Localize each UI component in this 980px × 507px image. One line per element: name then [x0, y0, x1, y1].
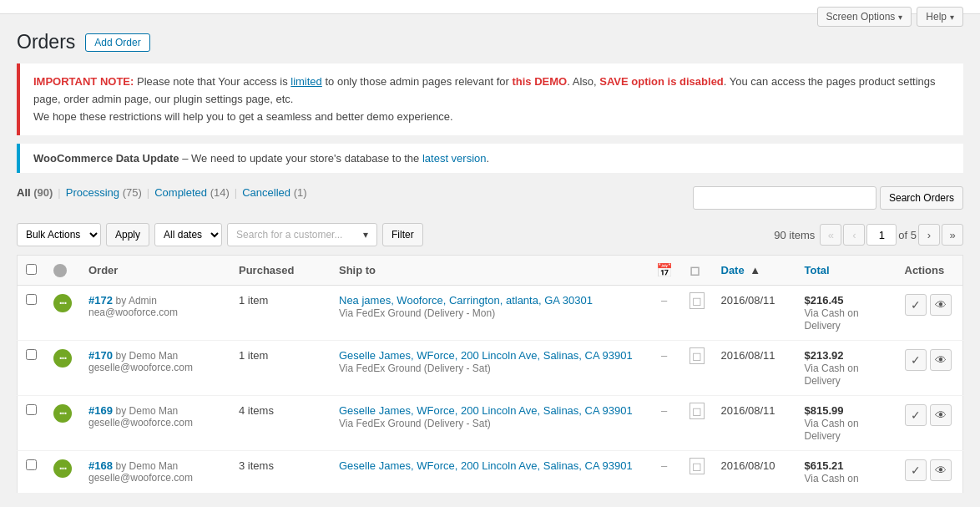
order-id-link[interactable]: #169 — [88, 404, 113, 417]
ship-via: Via FedEx Ground (Delivery - Mon) — [339, 307, 495, 319]
view-order-button[interactable]: 👁 — [930, 404, 952, 426]
order-email: geselle@wooforce.com — [88, 362, 222, 373]
help-button[interactable]: Help — [917, 7, 963, 27]
row-icon1-cell: – — [648, 451, 681, 494]
shipto-header: Ship to — [331, 256, 648, 286]
order-id-link[interactable]: #170 — [88, 349, 113, 362]
order-date: 2016/08/11 — [721, 404, 775, 417]
dates-select[interactable]: All dates — [154, 223, 222, 246]
row-order-cell: #168 by Demo Man geselle@wooforce.com — [80, 451, 230, 494]
status-dots-icon: ··· — [59, 407, 67, 420]
row-status-cell: ··· — [45, 341, 80, 396]
filter-tab-cancelled[interactable]: Cancelled (1) — [242, 186, 306, 199]
row-icon2-cell: ◻ — [681, 396, 713, 451]
order-id-link[interactable]: #168 — [88, 459, 113, 472]
filter-tab-processing[interactable]: Processing (75) — [66, 186, 142, 199]
row-action-buttons: ✓ 👁 — [905, 459, 955, 481]
row-order-cell: #170 by Demo Man geselle@wooforce.com — [80, 341, 230, 396]
order-header: Order — [80, 256, 230, 286]
search-orders-input[interactable] — [693, 186, 876, 210]
customer-search-dropdown[interactable]: Search for a customer... ▾ — [227, 223, 377, 246]
row-action-buttons: ✓ 👁 — [905, 294, 955, 316]
row-checkbox-cell[interactable] — [18, 286, 46, 341]
orders-table: Order Purchased Ship to 📅 ◻ Date ▲ Total… — [17, 255, 963, 494]
order-by: by Demo Man — [116, 350, 179, 362]
payment-method: Via Cash on Delivery — [805, 363, 859, 387]
actions-header: Actions — [897, 256, 963, 286]
icon-col-header2: ◻ — [681, 256, 713, 286]
row-status-cell: ··· — [45, 286, 80, 341]
row-checkbox-cell[interactable] — [18, 451, 46, 494]
row-total-cell: $615.21 Via Cash on — [796, 451, 897, 494]
customer-search-arrow: ▾ — [363, 229, 368, 241]
row-icon2-cell: ◻ — [681, 451, 713, 494]
status-dot: ··· — [53, 294, 72, 312]
row-icon2-cell: ◻ — [681, 286, 713, 341]
select-all-checkbox[interactable] — [26, 264, 37, 275]
calendar-icon: 📅 — [656, 263, 673, 277]
icon1-dash: – — [661, 349, 667, 362]
pagination: « ‹ of 5 › » — [820, 224, 963, 246]
complete-order-button[interactable]: ✓ — [905, 349, 927, 371]
complete-order-button[interactable]: ✓ — [905, 404, 927, 426]
row-date-cell: 2016/08/10 — [713, 451, 796, 494]
order-email: geselle@wooforce.com — [88, 472, 222, 484]
row-checkbox-cell[interactable] — [18, 396, 46, 451]
view-order-button[interactable]: 👁 — [930, 349, 952, 371]
box-icon-row: ◻ — [690, 403, 705, 419]
page-title: Orders — [17, 31, 75, 53]
row-shipto-cell: Nea james, Wooforce, Carrington, atlanta… — [331, 286, 648, 341]
pagination-area: 90 items « ‹ of 5 › » — [774, 224, 963, 246]
screen-options-button[interactable]: Screen Options — [817, 7, 912, 27]
order-by: by Demo Man — [116, 460, 179, 472]
table-row: ··· #170 by Demo Man geselle@wooforce.co… — [18, 341, 963, 396]
row-checkbox-cell[interactable] — [18, 341, 46, 396]
total-header[interactable]: Total — [796, 256, 897, 286]
complete-order-button[interactable]: ✓ — [905, 294, 927, 316]
row-action-buttons: ✓ 👁 — [905, 404, 955, 426]
date-header[interactable]: Date ▲ — [713, 256, 796, 286]
ship-to-link[interactable]: Nea james, Wooforce, Carrington, atlanta… — [339, 294, 593, 307]
filter-tab-all[interactable]: All (90) — [17, 186, 53, 199]
row-checkbox[interactable] — [26, 459, 37, 470]
date-sort-arrow: ▲ — [750, 264, 760, 276]
purchased-header: Purchased — [230, 256, 331, 286]
bulk-actions-select[interactable]: Bulk Actions — [17, 223, 101, 246]
row-purchased-cell: 1 item — [230, 341, 331, 396]
pagination-last[interactable]: » — [942, 224, 963, 246]
row-checkbox[interactable] — [26, 404, 37, 415]
pagination-page-input[interactable] — [866, 224, 897, 246]
order-id-link[interactable]: #172 — [88, 294, 113, 307]
ship-to-link[interactable]: Geselle James, WForce, 200 Lincoln Ave, … — [339, 349, 633, 362]
purchased-count: 1 item — [239, 349, 268, 362]
search-orders-button[interactable]: Search Orders — [880, 186, 963, 210]
table-row: ··· #169 by Demo Man geselle@wooforce.co… — [18, 396, 963, 451]
view-order-button[interactable]: 👁 — [930, 294, 952, 316]
add-order-button[interactable]: Add Order — [85, 33, 149, 52]
ship-to-link[interactable]: Geselle James, WForce, 200 Lincoln Ave, … — [339, 459, 633, 472]
status-dots-icon: ··· — [59, 352, 67, 365]
row-checkbox[interactable] — [26, 294, 37, 305]
actions-bar: Bulk Actions Apply All dates Search for … — [17, 223, 963, 246]
order-total: $216.45 — [805, 294, 844, 307]
row-date-cell: 2016/08/11 — [713, 341, 796, 396]
row-actions-cell: ✓ 👁 — [897, 396, 963, 451]
row-icon1-cell: – — [648, 396, 681, 451]
error-notice-text: IMPORTANT NOTE: Please note that Your ac… — [33, 74, 950, 125]
top-bar-actions: Screen Options Help — [817, 7, 963, 27]
filter-tab-completed[interactable]: Completed (14) — [154, 186, 230, 199]
ship-to-link[interactable]: Geselle James, WForce, 200 Lincoln Ave, … — [339, 404, 633, 417]
filter-button[interactable]: Filter — [382, 223, 423, 246]
pagination-prev[interactable]: ‹ — [843, 224, 865, 246]
pagination-next[interactable]: › — [918, 224, 940, 246]
view-order-button[interactable]: 👁 — [930, 459, 952, 481]
row-checkbox[interactable] — [26, 349, 37, 360]
apply-button[interactable]: Apply — [106, 223, 149, 246]
complete-order-button[interactable]: ✓ — [905, 459, 927, 481]
pagination-first[interactable]: « — [820, 224, 841, 246]
purchased-count: 1 item — [239, 294, 268, 307]
purchased-count: 3 items — [239, 459, 274, 472]
ship-via: Via FedEx Ground (Delivery - Sat) — [339, 418, 491, 429]
update-notice-link[interactable]: latest version — [422, 152, 487, 165]
payment-method: Via Cash on Delivery — [805, 418, 859, 442]
